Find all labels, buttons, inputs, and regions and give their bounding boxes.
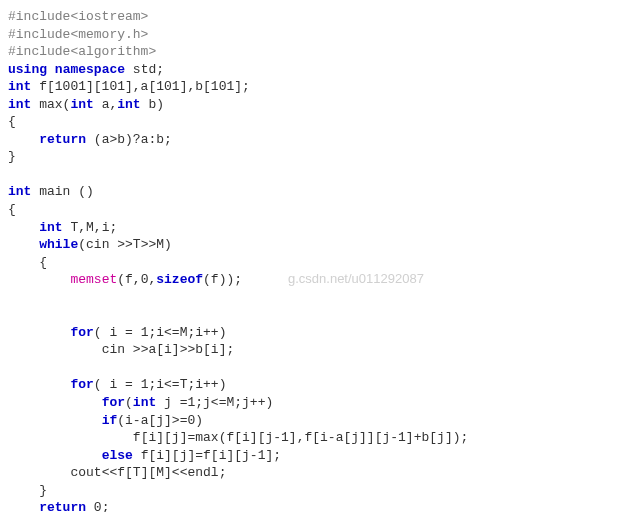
code-line: for( i = 1;i<=M;i++) <box>8 324 635 342</box>
token-kw: if <box>102 413 118 428</box>
code-line: memset(f,0,sizeof(f)); <box>8 271 635 289</box>
code-line: if(i-a[j]>=0) <box>8 412 635 430</box>
token: cout<<f[T][M]<<endl; <box>70 465 226 480</box>
code-line: for(int j =1;j<=M;j++) <box>8 394 635 412</box>
token <box>47 62 55 77</box>
token: (i-a[j]>=0) <box>117 413 203 428</box>
token: { <box>8 202 16 217</box>
token-kw: for <box>102 395 125 410</box>
token-kw: for <box>70 377 93 392</box>
token: (cin >>T>>M) <box>78 237 172 252</box>
token-kw: int <box>70 97 93 112</box>
code-line: { <box>8 201 635 219</box>
token: f[i][j]=max(f[i][j-1],f[i-a[j]][j-1]+b[j… <box>133 430 468 445</box>
token-kw: return <box>39 132 86 147</box>
code-line: int max(int a,int b) <box>8 96 635 114</box>
token: main () <box>31 184 93 199</box>
source-code: #include<iostream>#include<memory.h>#inc… <box>8 8 635 512</box>
code-line: using namespace std; <box>8 61 635 79</box>
token: max( <box>31 97 70 112</box>
code-line: int main () <box>8 183 635 201</box>
code-line <box>8 359 635 377</box>
code-line: return 0; <box>8 499 635 512</box>
token-kw: return <box>39 500 86 512</box>
token: T,M,i; <box>63 220 118 235</box>
token-kw: namespace <box>55 62 125 77</box>
token-pp: #include<memory.h> <box>8 27 148 42</box>
code-line: int f[1001][101],a[101],b[101]; <box>8 78 635 96</box>
code-line: else f[i][j]=f[i][j-1]; <box>8 447 635 465</box>
token-kw: int <box>8 97 31 112</box>
token-pp: #include<iostream> <box>8 9 148 24</box>
token: { <box>39 255 47 270</box>
token: ( i = 1;i<=M;i++) <box>94 325 227 340</box>
code-line: #include<iostream> <box>8 8 635 26</box>
token: } <box>39 483 47 498</box>
code-line: } <box>8 482 635 500</box>
code-line: for( i = 1;i<=T;i++) <box>8 376 635 394</box>
token: (f,0, <box>117 272 156 287</box>
code-line: { <box>8 113 635 131</box>
code-line <box>8 289 635 307</box>
code-line <box>8 166 635 184</box>
code-line <box>8 306 635 324</box>
token: j =1;j<=M;j++) <box>156 395 273 410</box>
token-kw: int <box>8 79 31 94</box>
token: } <box>8 149 16 164</box>
code-line: { <box>8 254 635 272</box>
code-line: cin >>a[i]>>b[i]; <box>8 341 635 359</box>
code-line: return (a>b)?a:b; <box>8 131 635 149</box>
token: (f)); <box>203 272 242 287</box>
token-kw: int <box>39 220 62 235</box>
code-line: f[i][j]=max(f[i][j-1],f[i-a[j]][j-1]+b[j… <box>8 429 635 447</box>
token: ( i = 1;i<=T;i++) <box>94 377 227 392</box>
code-line: while(cin >>T>>M) <box>8 236 635 254</box>
token: std; <box>125 62 164 77</box>
token: a, <box>94 97 117 112</box>
code-line: #include<algorithm> <box>8 43 635 61</box>
code-block: #include<iostream>#include<memory.h>#inc… <box>8 8 635 512</box>
token: { <box>8 114 16 129</box>
token: cin >>a[i]>>b[i]; <box>102 342 235 357</box>
token-kw: using <box>8 62 47 77</box>
token: (a>b)?a:b; <box>86 132 172 147</box>
code-line: } <box>8 148 635 166</box>
code-line: cout<<f[T][M]<<endl; <box>8 464 635 482</box>
token: f[i][j]=f[i][j-1]; <box>133 448 281 463</box>
token: ( <box>125 395 133 410</box>
code-line: #include<memory.h> <box>8 26 635 44</box>
token-kw: for <box>70 325 93 340</box>
token: 0; <box>86 500 109 512</box>
code-line: int T,M,i; <box>8 219 635 237</box>
token-kw: int <box>8 184 31 199</box>
token-fn: memset <box>70 272 117 287</box>
token-kw: int <box>117 97 140 112</box>
token-kw: while <box>39 237 78 252</box>
token-kw: int <box>133 395 156 410</box>
token-pp: #include<algorithm> <box>8 44 156 59</box>
token: b) <box>141 97 164 112</box>
token-kw: else <box>102 448 133 463</box>
token: f[1001][101],a[101],b[101]; <box>31 79 249 94</box>
token-kw: sizeof <box>156 272 203 287</box>
